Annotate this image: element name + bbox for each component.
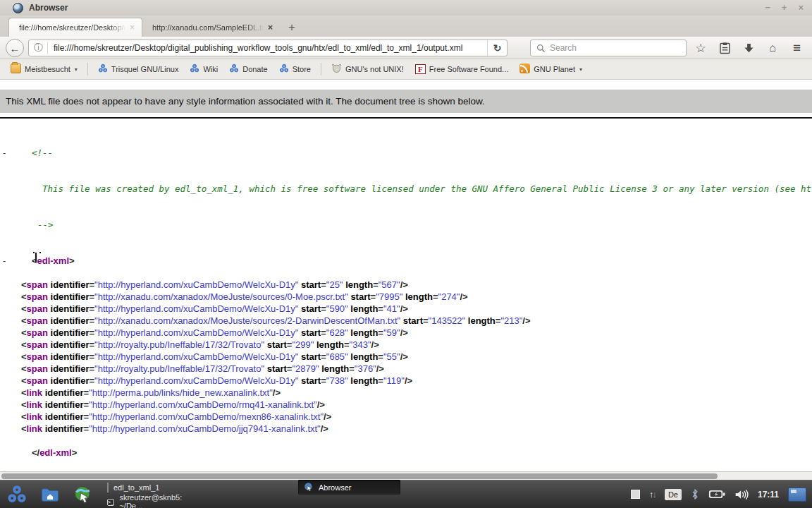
bookmark-label: GNU's not UNIX!: [345, 65, 404, 73]
clock[interactable]: 17:11: [758, 490, 779, 500]
rss-icon: [519, 64, 530, 75]
bluetooth-icon[interactable]: [691, 488, 699, 500]
xml-style-notice: This XML file does not appear to have an…: [0, 90, 812, 113]
bookmarks-separator: [87, 63, 88, 75]
page-info-icon[interactable]: ⓘ: [29, 42, 47, 54]
window-titlebar: Abrowser − + ×: [0, 0, 812, 16]
bookmark-star-icon[interactable]: ☆: [691, 39, 710, 57]
trisquel-icon: [190, 64, 199, 75]
network-icon[interactable]: ↑↓: [649, 489, 656, 500]
tray-app-icon[interactable]: [631, 490, 640, 499]
desktop-taskbar: edl_to_xml_1Abrowser>_skreutzer@sknb5: ~…: [0, 480, 812, 508]
chevron-down-icon: ▾: [579, 66, 582, 73]
scrollbar-thumb[interactable]: [1, 473, 718, 479]
web-browser-icon[interactable]: [72, 483, 94, 506]
collapse-toggle[interactable]: -: [3, 255, 6, 267]
launcher-area: [0, 483, 102, 506]
new-tab-button[interactable]: +: [280, 20, 304, 35]
tab-bar: file:///home/skreutzer/Desktop/digi × ht…: [0, 16, 812, 37]
navigation-toolbar: ← ⓘ file:///home/skreutzer/Desktop/digit…: [0, 37, 812, 59]
bookmarks-panel-icon[interactable]: [715, 39, 734, 57]
xml-span-element: <span identifier="http://xanadu.com/xana…: [0, 315, 812, 327]
horizontal-scrollbar[interactable]: [0, 471, 812, 480]
window-title: Abrowser: [29, 3, 68, 13]
bookmark-gnu-s-not-unix[interactable]: GNU's not UNIX!: [326, 61, 409, 77]
folder-icon: [11, 64, 21, 75]
xml-root-open: -<edl-xml>: [0, 243, 812, 279]
keyboard-layout-indicator[interactable]: De: [665, 489, 682, 500]
collapse-toggle[interactable]: -: [3, 147, 6, 159]
xml-link-element: <link identifier="http://hyperland.com/x…: [0, 399, 812, 411]
chevron-down-icon: ▾: [75, 66, 78, 73]
taskbar-task-skreutzer-sknb5-de[interactable]: >_skreutzer@sknb5: ~/De...: [102, 495, 204, 508]
xml-span-element: <span identifier="http://hyperland.com/x…: [0, 375, 812, 387]
bookmark-label: Donate: [242, 65, 267, 73]
xml-span-element: <span identifier="http://xanadu.com/xana…: [0, 291, 812, 303]
xml-span-element: <span identifier="http://hyperland.com/x…: [0, 327, 812, 339]
tab-output-xml[interactable]: file:///home/skreutzer/Desktop/digi ×: [8, 18, 142, 37]
back-arrow-icon: ←: [10, 42, 20, 54]
search-bar[interactable]: Search: [530, 40, 687, 56]
xml-comment-open: -<!--: [0, 135, 812, 171]
taskbar-task-abrowser[interactable]: Abrowser: [298, 480, 400, 495]
close-icon[interactable]: ×: [268, 23, 273, 32]
task-label: Abrowser: [319, 483, 351, 492]
xml-span-element: <span identifier="http://royalty.pub/Ine…: [0, 363, 812, 375]
xml-span-element: <span identifier="http://hyperland.com/x…: [0, 351, 812, 363]
search-placeholder: Search: [550, 43, 577, 53]
desktop-screen: Abrowser − + × file:///home/skreutzer/De…: [0, 0, 812, 508]
browser-content: This XML file does not appear to have an…: [0, 80, 812, 480]
bookmark-label: Store: [293, 65, 311, 73]
trisquel-menu-icon[interactable]: [6, 483, 28, 506]
url-text[interactable]: file:///home/skreutzer/Desktop/digital_p…: [48, 43, 487, 53]
back-button[interactable]: ←: [6, 39, 24, 57]
xml-root-close: </edl-xml>: [0, 435, 812, 471]
window-list: edl_to_xml_1Abrowser>_skreutzer@sknb5: ~…: [102, 480, 496, 508]
terminal-icon: >_: [107, 497, 114, 507]
battery-icon[interactable]: [708, 490, 725, 499]
bookmarks-separator: [321, 63, 321, 75]
minimize-button[interactable]: −: [765, 0, 770, 16]
bookmark-label: Wiki: [203, 65, 218, 73]
close-icon[interactable]: ×: [130, 23, 135, 32]
workspace-switcher[interactable]: [788, 488, 806, 502]
volume-icon[interactable]: [734, 489, 749, 500]
url-bar[interactable]: ⓘ file:///home/skreutzer/Desktop/digital…: [28, 40, 508, 56]
bookmark-donate[interactable]: Donate: [224, 61, 272, 77]
search-icon: [536, 44, 546, 53]
tab-sample-edl[interactable]: http://xanadu.com/SampleEDL.txt ×: [142, 18, 280, 37]
bookmark-store[interactable]: Store: [274, 61, 316, 77]
abrowser-globe-icon: [13, 3, 23, 13]
reload-button[interactable]: ↻: [487, 40, 507, 56]
bookmark-label: Meistbesucht: [25, 65, 70, 73]
file-manager-icon[interactable]: [39, 483, 61, 506]
task-row-1: edl_to_xml_1Abrowser: [102, 480, 496, 494]
bookmark-gnu-planet[interactable]: GNU Planet▾: [515, 61, 587, 77]
bookmark-label: GNU Planet: [534, 65, 575, 73]
reload-icon: ↻: [493, 42, 502, 54]
task-label: edl_to_xml_1: [113, 483, 159, 492]
xml-link-element: <link identifier="http://perma.pub/links…: [0, 387, 812, 399]
xml-span-element: <span identifier="http://hyperland.com/x…: [0, 303, 812, 315]
bookmarks-toolbar: Meistbesucht▾Trisquel GNU/LinuxWikiDonat…: [0, 59, 812, 80]
downloads-icon[interactable]: [739, 39, 758, 57]
maximize-button[interactable]: +: [782, 0, 787, 16]
bookmark-trisquel-gnu-linux[interactable]: Trisquel GNU/Linux: [93, 61, 184, 77]
bookmark-meistbesucht[interactable]: Meistbesucht▾: [6, 61, 82, 77]
bookmark-wiki[interactable]: Wiki: [185, 61, 223, 77]
menu-button[interactable]: ≡: [787, 39, 806, 57]
window-icon: [107, 483, 109, 492]
fsf-icon: F: [415, 64, 426, 74]
xml-link-element: <link identifier="http://hyperland.com/x…: [0, 411, 812, 423]
xml-comment-text: This file was created by edl_to_xml_1, w…: [0, 171, 812, 207]
close-button[interactable]: ×: [798, 0, 804, 16]
tab-label: file:///home/skreutzer/Desktop/digi: [19, 23, 125, 32]
bookmark-label: Free Software Found...: [429, 65, 509, 73]
browser-icon: [304, 482, 314, 493]
system-tray: ↑↓ De 17:11: [631, 488, 812, 502]
home-button[interactable]: ⌂: [763, 39, 782, 57]
bookmark-free-software-found[interactable]: FFree Software Found...: [410, 62, 514, 76]
xml-comment-close: -->: [0, 207, 812, 243]
xml-link-element: <link identifier="http://hyperland.com/x…: [0, 423, 812, 435]
taskbar-task-edl-to-xml-1[interactable]: edl_to_xml_1: [102, 480, 204, 494]
